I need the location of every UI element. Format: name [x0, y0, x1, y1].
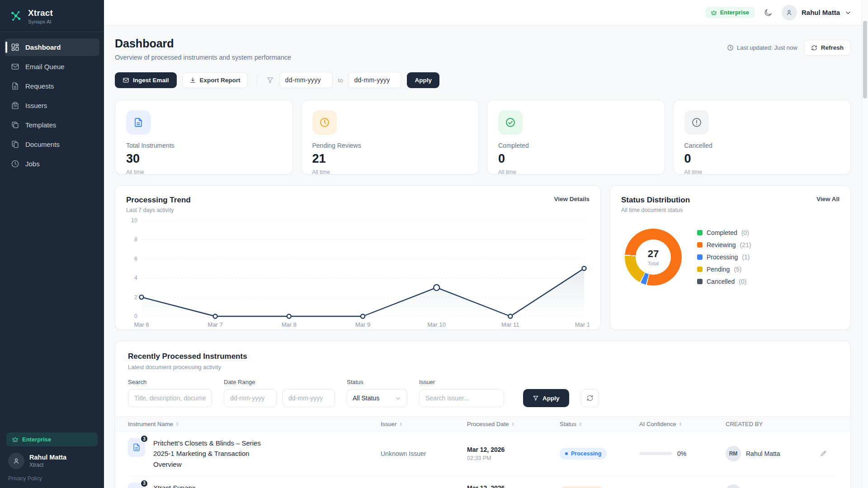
- chevron-down-icon: [844, 9, 852, 16]
- sidebar-item-email-queue[interactable]: Email Queue: [5, 58, 99, 75]
- sidebar-item-jobs[interactable]: Jobs: [5, 155, 99, 173]
- sidebar-item-label: Jobs: [25, 160, 40, 168]
- xtract-logo-icon: [9, 9, 23, 23]
- sidebar-user[interactable]: Rahul Matta Xtract: [6, 452, 98, 470]
- filter-date-from-input[interactable]: [224, 389, 277, 407]
- status-legend: Completed(0)Reviewing(21)Processing(1)Pe…: [697, 229, 751, 285]
- sidebar-item-label: Issuers: [25, 102, 47, 109]
- dashboard-content: Dashboard Overview of processed instrume…: [104, 25, 868, 488]
- stat-caption: All time: [126, 169, 282, 175]
- refresh-table-button[interactable]: [581, 389, 599, 407]
- header-plan-label: Enterprise: [720, 9, 749, 16]
- legend-item-cancelled: Cancelled(0): [697, 278, 751, 285]
- created-by-cell: RMRahul Matta: [726, 446, 820, 461]
- column-header-instrument-name[interactable]: Instrument Name▲▼: [128, 421, 381, 427]
- svg-text:4: 4: [134, 275, 137, 281]
- apply-date-button[interactable]: Apply: [407, 72, 439, 88]
- donut-total-value: 27: [648, 248, 659, 260]
- column-header-status[interactable]: Status▲▼: [560, 421, 639, 427]
- dashboard-icon: [11, 43, 19, 52]
- line-chart-svg: 0246810Mar 6Mar 7Mar 8Mar 9Mar 10Mar 11M…: [126, 216, 590, 330]
- export-report-button[interactable]: Export Report: [182, 72, 248, 88]
- sort-icon: ▲▼: [512, 422, 514, 426]
- privacy-policy-link[interactable]: Privacy Policy: [6, 475, 98, 482]
- sidebar-item-documents[interactable]: Documents: [5, 136, 99, 153]
- edit-button[interactable]: [820, 450, 827, 457]
- view-all-link[interactable]: View All: [816, 196, 840, 202]
- sidebar-item-dashboard[interactable]: Dashboard: [5, 38, 99, 56]
- status-label: Status: [347, 379, 407, 385]
- donut-total-label: Total: [648, 261, 659, 266]
- issuer-input[interactable]: [419, 389, 504, 407]
- sort-icon: ▲▼: [579, 422, 582, 426]
- date-from-input[interactable]: [279, 72, 333, 88]
- sidebar-item-requests[interactable]: Requests: [5, 77, 99, 95]
- status-select[interactable]: All Status: [347, 389, 407, 407]
- processing-trend-card: Processing Trend Last 7 days activity Vi…: [115, 185, 601, 330]
- vertical-scrollbar[interactable]: [862, 0, 868, 488]
- filter-icon: [533, 395, 539, 401]
- scrollbar-thumb[interactable]: [863, 21, 867, 99]
- ingest-email-button[interactable]: Ingest Email: [115, 72, 177, 88]
- status-dist-subtitle: All time document status: [621, 207, 690, 213]
- status-donut-wrap: 27 Total Completed(0)Reviewing(21)Proces…: [621, 229, 840, 286]
- date-to-input[interactable]: [348, 72, 401, 88]
- stat-card-completed: Completed0All time: [487, 100, 665, 174]
- toolbar: Ingest Email Export Report to Apply: [115, 72, 851, 88]
- view-details-link[interactable]: View Details: [554, 196, 590, 202]
- column-header-processed-date[interactable]: Processed Date▲▼: [467, 421, 560, 427]
- avatar: [8, 453, 24, 469]
- sidebar-item-label: Email Queue: [25, 63, 65, 70]
- avatar: [782, 5, 797, 20]
- legend-swatch: [697, 279, 703, 284]
- instrument-name[interactable]: Xtract Synapx: [153, 483, 195, 488]
- refresh-icon: [811, 45, 817, 51]
- svg-text:Mar 11: Mar 11: [501, 321, 519, 328]
- column-label: AI Confidence: [639, 421, 676, 427]
- crown-icon: [711, 9, 717, 16]
- app-title: Xtract: [28, 8, 53, 18]
- legend-label: Processing: [707, 253, 738, 261]
- sort-icon: ▲▼: [176, 422, 179, 426]
- legend-item-reviewing: Reviewing(21): [697, 241, 751, 249]
- refresh-button[interactable]: Refresh: [804, 40, 851, 56]
- processed-date-cell: Mar 12, 202602:33 PM: [467, 446, 560, 461]
- download-icon: [189, 77, 196, 84]
- issuer-label: Issuer: [419, 379, 504, 385]
- column-label: Status: [560, 421, 576, 427]
- crown-icon: [12, 436, 19, 443]
- check-icon: [498, 110, 523, 135]
- document-count-badge: 3: [140, 435, 148, 443]
- column-header-issuer[interactable]: Issuer▲▼: [381, 421, 467, 427]
- stat-card-total-instruments: Total Instruments30All time: [115, 100, 293, 174]
- sidebar: Xtract Synapx AI DashboardEmail QueueReq…: [0, 0, 104, 488]
- theme-toggle-button[interactable]: [764, 8, 773, 17]
- sidebar-user-org: Xtract: [29, 462, 66, 468]
- column-header-ai-confidence[interactable]: AI Confidence▲▼: [639, 421, 726, 427]
- instrument-name[interactable]: Pritchett's Closets & Blinds – Series 20…: [153, 438, 270, 469]
- filter-date-to-input[interactable]: [282, 389, 335, 407]
- legend-count: (0): [739, 278, 746, 285]
- search-label: Search: [128, 379, 212, 385]
- apply-filters-button[interactable]: Apply: [523, 389, 569, 407]
- sidebar-item-templates[interactable]: Templates: [5, 116, 99, 134]
- documents-icon: [11, 140, 19, 149]
- created-by-cell: NKNavsheen Koul: [726, 484, 820, 488]
- user-menu[interactable]: Rahul Matta: [782, 5, 852, 20]
- last-updated: Last updated: Just now: [727, 44, 797, 51]
- clock-icon: [319, 117, 330, 128]
- status-badge: Reviewing: [560, 486, 604, 488]
- table-filters: Search Date Range Status All Status: [128, 379, 838, 407]
- svg-text:Mar 8: Mar 8: [282, 321, 297, 328]
- stat-card-cancelled: Cancelled0All time: [673, 100, 851, 174]
- search-input[interactable]: [128, 389, 212, 407]
- main-area: Enterprise Rahul Matta Dashboard Overvie…: [104, 0, 868, 488]
- sidebar-item-issuers[interactable]: Issuers: [5, 97, 99, 114]
- status-badge: Processing: [560, 448, 607, 460]
- legend-swatch: [697, 254, 703, 260]
- creator-avatar: NK: [726, 484, 741, 488]
- building-icon: [11, 101, 19, 110]
- confidence-bar: [639, 452, 672, 455]
- column-label: Processed Date: [467, 421, 509, 427]
- svg-text:8: 8: [134, 236, 137, 243]
